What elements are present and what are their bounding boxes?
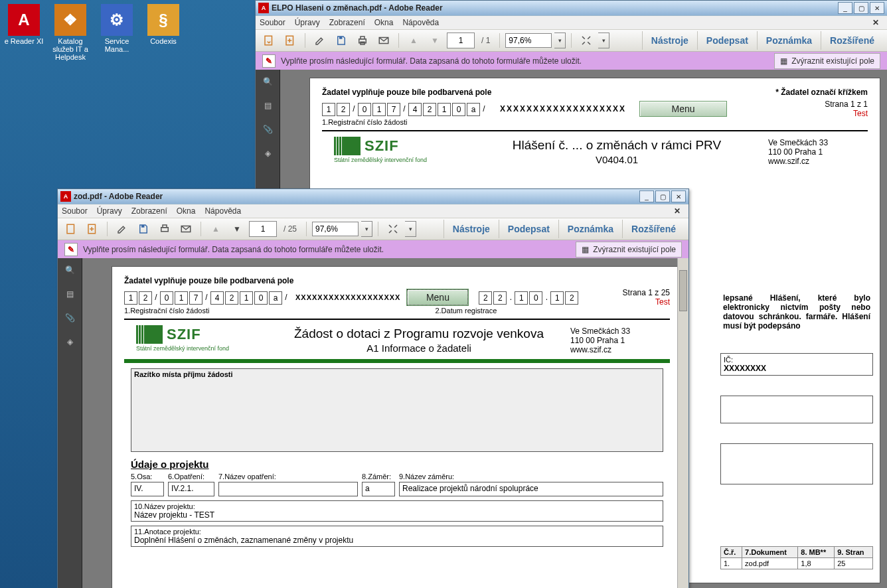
more-button[interactable]: Rozšířené: [622, 220, 685, 238]
menu-item[interactable]: Nápověda: [402, 18, 439, 27]
page-up-icon[interactable]: ▲: [404, 31, 423, 50]
svg-rect-0: [265, 36, 272, 45]
desktop-icon[interactable]: ❖Katalog služeb IT a Helpdesk: [49, 4, 92, 61]
layers-icon[interactable]: ◈: [260, 145, 276, 161]
pages-icon[interactable]: ▤: [62, 286, 78, 302]
highlight-fields-button[interactable]: ▦Zvýraznit existující pole: [774, 53, 880, 69]
print-icon[interactable]: [155, 220, 174, 238]
maximize-button[interactable]: ▢: [655, 190, 670, 202]
document-area[interactable]: Žadatel vyplňuje pouze bíle podbarvená p…: [82, 258, 688, 588]
svg-rect-9: [141, 225, 145, 228]
doc-close-button[interactable]: ✕: [670, 206, 685, 216]
svg-rect-10: [161, 228, 169, 232]
fit-icon[interactable]: [577, 31, 596, 50]
scroll-thumb[interactable]: [679, 270, 687, 311]
note-button[interactable]: Poznámka: [558, 220, 622, 238]
view-dropdown[interactable]: [598, 33, 609, 48]
sign-button[interactable]: Podepsat: [697, 31, 757, 50]
attachments-table: Č.ř.7.Dokument8. MB**9. Stran 1.zod.pdf1…: [720, 546, 873, 569]
doc-close-button[interactable]: ✕: [868, 18, 883, 27]
highlight-fields-button[interactable]: ▦Zvýraznit existující pole: [576, 242, 682, 257]
menu-item[interactable]: Zobrazení: [329, 18, 365, 27]
nazev-projektu-field[interactable]: 10.Název projektu:Název projektu - TEST: [131, 500, 663, 522]
page-down-icon[interactable]: ▼: [228, 220, 246, 238]
menu-item[interactable]: Soubor: [62, 206, 88, 216]
menu-item[interactable]: Úpravy: [295, 18, 320, 27]
tools-button[interactable]: Nástroje: [642, 31, 697, 50]
opatreni-field[interactable]: IV.2.1.: [168, 482, 214, 496]
attachments-icon[interactable]: 📎: [62, 310, 78, 326]
menu-item[interactable]: Okna: [177, 206, 196, 216]
desktop-icon[interactable]: §Codexis: [142, 4, 185, 45]
form-message-bar: ✎ Vyplňte prosím následující formulář. D…: [58, 240, 688, 259]
pdf-icon: A: [258, 3, 269, 13]
edit-icon[interactable]: [311, 31, 329, 50]
menu-item[interactable]: Soubor: [260, 18, 285, 27]
save-icon[interactable]: [134, 220, 153, 238]
more-button[interactable]: Rozšířené: [821, 31, 883, 50]
side-panel: 🔍 ▤ 📎 ◈: [58, 258, 82, 588]
create-pdf-icon[interactable]: [83, 220, 102, 238]
attachments-icon[interactable]: 📎: [260, 121, 276, 137]
close-button[interactable]: ✕: [671, 190, 686, 202]
mail-icon[interactable]: [177, 220, 195, 238]
view-dropdown[interactable]: [405, 221, 416, 237]
save-icon[interactable]: [332, 31, 351, 50]
menu-item[interactable]: Úpravy: [97, 206, 122, 216]
nazev-opatreni-field[interactable]: [218, 482, 358, 496]
svg-rect-4: [361, 37, 364, 39]
pages-icon[interactable]: ▤: [260, 98, 276, 113]
page-up-icon[interactable]: ▲: [206, 220, 225, 238]
doc-menu-button[interactable]: Menu: [407, 289, 468, 305]
mail-icon[interactable]: [374, 31, 393, 50]
export-pdf-icon[interactable]: [260, 31, 278, 50]
desktop-icon[interactable]: ⚙Service Mana...: [96, 4, 138, 53]
titlebar[interactable]: A zod.pdf - Adobe Reader _ ▢ ✕: [58, 189, 688, 204]
page-number-input[interactable]: [249, 221, 277, 237]
menu-item[interactable]: Zobrazení: [131, 206, 167, 216]
scrollbar[interactable]: [677, 258, 688, 588]
zoom-dropdown[interactable]: [554, 33, 566, 48]
edit-icon[interactable]: [113, 220, 131, 238]
date-cells: 22. 10. 12: [479, 291, 578, 305]
page-number-input[interactable]: [447, 33, 475, 48]
reg-number-cells: 12/ 017/ 4210a/: [124, 291, 289, 305]
close-button[interactable]: ✕: [870, 2, 884, 14]
thumbnails-icon[interactable]: 🔍: [260, 74, 276, 90]
zamer-field[interactable]: a: [362, 482, 395, 496]
zoom-input[interactable]: [505, 33, 552, 48]
anotace-field[interactable]: 11.Anotace projektu:Doplnění Hlášení o z…: [131, 526, 663, 547]
osa-field[interactable]: IV.: [131, 482, 164, 496]
svg-rect-7: [67, 224, 74, 234]
fit-icon[interactable]: [384, 220, 402, 238]
menu-item[interactable]: Okna: [374, 18, 394, 27]
svg-rect-11: [163, 225, 167, 228]
print-icon[interactable]: [353, 31, 372, 50]
table-row[interactable]: 1.zod.pdf1,825: [721, 558, 873, 569]
menubar: Soubor Úpravy Zobrazení Okna Nápověda ✕: [58, 204, 688, 218]
stamp-field[interactable]: Razítko místa příjmu žádosti: [131, 368, 663, 452]
menu-item[interactable]: Nápověda: [204, 206, 241, 216]
szif-logo: SZIF Státní zemědělský intervenční fond: [322, 134, 465, 166]
thumbnails-icon[interactable]: 🔍: [62, 262, 78, 278]
pdf-icon: A: [60, 191, 71, 202]
export-pdf-icon[interactable]: [62, 220, 80, 238]
zoom-dropdown[interactable]: [361, 221, 372, 237]
layers-icon[interactable]: ◈: [62, 334, 78, 350]
page-down-icon[interactable]: ▼: [426, 31, 444, 50]
maximize-button[interactable]: ▢: [854, 2, 868, 14]
nazev-zameru-field[interactable]: Realizace projektů národní spolupráce: [399, 482, 663, 496]
toolbar: ▲ ▼ / 1 Nástroje Podepsat Poznámka Rozší…: [256, 30, 887, 52]
desktop-icon[interactable]: Ae Reader XI: [3, 4, 45, 45]
doc-menu-button[interactable]: Menu: [639, 101, 727, 117]
window-zod: A zod.pdf - Adobe Reader _ ▢ ✕ Soubor Úp…: [57, 188, 689, 588]
create-pdf-icon[interactable]: [281, 31, 299, 50]
minimize-button[interactable]: _: [639, 190, 654, 202]
note-button[interactable]: Poznámka: [757, 31, 821, 50]
sign-button[interactable]: Podepsat: [499, 220, 558, 238]
minimize-button[interactable]: _: [838, 2, 852, 14]
titlebar[interactable]: A ELPO Hlaseni o změnach.pdf - Adobe Rea…: [256, 1, 887, 16]
tools-button[interactable]: Nástroje: [444, 220, 499, 238]
zoom-input[interactable]: [312, 222, 359, 236]
szif-logo: SZIF Státní zemědělský intervenční fond: [124, 323, 268, 354]
